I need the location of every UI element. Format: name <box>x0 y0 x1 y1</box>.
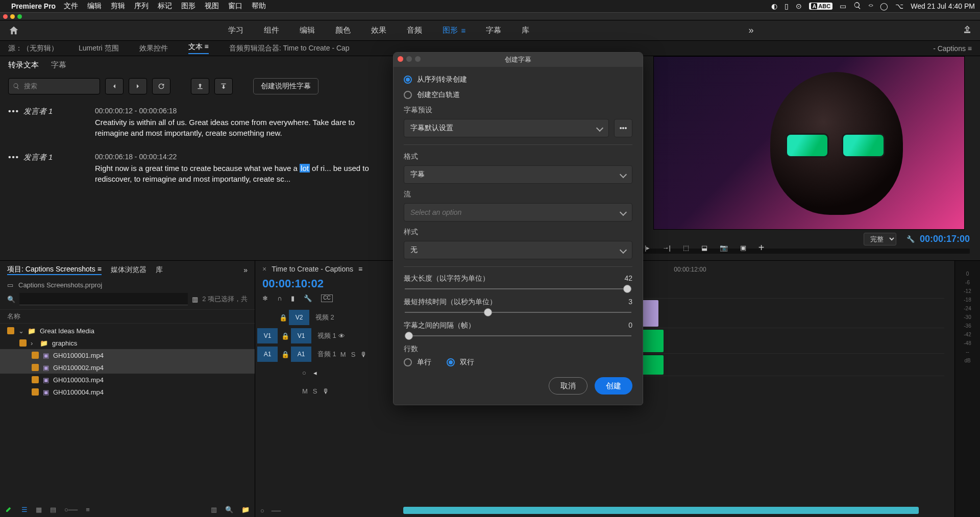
ws-library[interactable]: 库 <box>522 26 529 35</box>
tl-zoom-out-icon[interactable]: ○ <box>260 507 264 514</box>
format-select[interactable]: 字幕 <box>404 165 632 184</box>
control-center-icon[interactable]: ⌥ <box>895 2 903 10</box>
export-frame-icon[interactable]: 📷 <box>720 244 728 252</box>
ptab-audiomix[interactable]: 音频剪辑混合器: Time to Create - Cap <box>229 44 350 53</box>
project-filter-input[interactable] <box>19 293 188 305</box>
auto-seq-icon[interactable]: ▥ <box>211 506 217 513</box>
menu-view[interactable]: 视图 <box>205 2 219 11</box>
transcript-text[interactable]: Creativity is within all of us. Great id… <box>95 117 389 138</box>
home-icon[interactable] <box>8 25 19 36</box>
track-a3[interactable]: MS🎙 <box>257 382 398 400</box>
clock[interactable]: Wed 21 Jul 4:40 PM <box>911 2 975 10</box>
extract-icon[interactable]: ⬓ <box>701 244 707 252</box>
prev-match-button[interactable] <box>105 78 124 94</box>
menu-seq[interactable]: 序列 <box>134 2 149 11</box>
style-select[interactable]: 无 <box>404 241 632 259</box>
camera-icon[interactable]: ▯ <box>785 2 789 10</box>
menu-clip[interactable]: 剪辑 <box>111 2 125 11</box>
cc-icon[interactable]: CC <box>321 294 332 302</box>
input-abc-icon[interactable]: AABC <box>809 3 832 10</box>
ws-graphics[interactable]: 图形 ≡ <box>443 26 465 35</box>
share-icon[interactable] <box>963 25 972 36</box>
zoom-slider[interactable]: ○── <box>64 506 78 513</box>
dialog-traffic-lights[interactable] <box>398 56 421 62</box>
sequence-title[interactable]: Time to Create - Captions <box>272 265 353 273</box>
freeform-view-icon[interactable]: ▤ <box>50 506 56 513</box>
tree-clip[interactable]: ▣GH0100004.mp4 <box>0 386 255 398</box>
menu-help[interactable]: 帮助 <box>252 2 266 11</box>
ptab-lumetri[interactable]: Lumetri 范围 <box>79 44 119 53</box>
search-input[interactable]: 搜索 <box>8 78 100 94</box>
tree-clip[interactable]: ▣GH0100003.mp4 <box>0 374 255 386</box>
ptab-effects[interactable]: 效果控件 <box>139 44 168 53</box>
track-v1[interactable]: V1🔒V1视频 1👁 <box>257 327 398 345</box>
tree-clip[interactable]: ▣GH0100001.mp4 <box>0 349 255 361</box>
ws-color[interactable]: 颜色 <box>335 26 351 35</box>
transcript-text[interactable]: Right now is a great time to create beca… <box>95 163 389 184</box>
menu-window[interactable]: 窗口 <box>228 2 242 11</box>
snap-icon[interactable]: ❄ <box>262 294 268 302</box>
user-icon[interactable]: ◯ <box>880 2 888 10</box>
find-icon[interactable]: 🔍 <box>225 506 233 513</box>
library-tab[interactable]: 库 <box>156 265 163 275</box>
battery-icon[interactable]: ▭ <box>840 2 846 10</box>
dialog-titlebar[interactable]: 创建字幕 <box>394 53 643 67</box>
create-descriptive-captions-button[interactable]: 创建说明性字幕 <box>253 78 318 94</box>
ws-effects[interactable]: 效果 <box>371 26 386 35</box>
new-bin-icon[interactable]: 📁 <box>241 506 250 513</box>
ptab-text[interactable]: 文本 ≡ <box>188 42 209 54</box>
menu-mark[interactable]: 标记 <box>158 2 172 11</box>
app-name[interactable]: Premiere Pro <box>11 2 56 10</box>
track-a2[interactable]: ○◂ <box>257 363 398 382</box>
cancel-button[interactable]: 取消 <box>549 377 587 395</box>
preset-select[interactable]: 字幕默认设置 <box>404 119 609 137</box>
panel-overflow-icon[interactable]: » <box>243 266 248 274</box>
maxlen-slider[interactable] <box>405 288 631 289</box>
menu-edit[interactable]: 编辑 <box>87 2 102 11</box>
bin-icon[interactable]: ▥ <box>192 296 198 303</box>
create-button[interactable]: 创建 <box>595 377 632 395</box>
tab-transcript[interactable]: 转录文本 <box>8 60 39 70</box>
refresh-button[interactable] <box>152 78 170 94</box>
track-v2[interactable]: 🔒V2视频 2 <box>257 308 398 327</box>
tab-captions[interactable]: 字幕 <box>51 60 66 70</box>
ws-captions[interactable]: 字幕 <box>486 26 501 35</box>
timeline-timecode[interactable]: 00:00:10:02 <box>255 277 398 290</box>
radio-blank-track[interactable]: 创建空白轨道 <box>404 90 632 100</box>
export-up-button[interactable] <box>191 78 209 94</box>
radio-from-transcript[interactable]: 从序列转录创建 <box>404 75 632 84</box>
wifi-icon[interactable]: ⌔ <box>869 2 873 10</box>
ws-editing[interactable]: 编辑 <box>300 26 315 35</box>
gap-value[interactable]: 0 <box>628 321 632 330</box>
timeline-zoom-bar[interactable] <box>403 507 919 514</box>
tree-folder[interactable]: ›📁graphics <box>0 337 255 349</box>
preset-more-button[interactable]: ••• <box>614 119 632 137</box>
close-seq-icon[interactable]: × <box>262 265 266 273</box>
more-icon[interactable]: ••• <box>8 153 19 161</box>
search-icon[interactable] <box>853 2 862 11</box>
menu-file[interactable]: 文件 <box>64 2 78 11</box>
ws-learn[interactable]: 学习 <box>228 26 243 35</box>
settings-icon[interactable]: 🔧 <box>304 294 312 302</box>
transcript-row[interactable]: •••发言者 1 00:00:06:18 - 00:00:14:22 Right… <box>8 147 389 193</box>
import-down-button[interactable] <box>214 78 233 94</box>
go-out-icon[interactable]: →| <box>662 244 670 252</box>
add-button-icon[interactable]: + <box>758 242 765 254</box>
column-name[interactable]: 名称 <box>0 309 255 324</box>
more-icon[interactable]: ••• <box>8 107 19 115</box>
link-icon[interactable]: ∩ <box>277 294 282 302</box>
ws-overflow-icon[interactable]: » <box>749 25 754 36</box>
tl-zoom-slider[interactable]: ── <box>272 507 281 514</box>
sort-icon[interactable]: ≡ <box>86 506 90 513</box>
radio-single-line[interactable]: 单行 <box>404 358 431 367</box>
maxlen-value[interactable]: 42 <box>624 274 632 283</box>
lift-icon[interactable]: ⬚ <box>683 244 689 252</box>
play-circle-icon[interactable]: ⊙ <box>796 2 802 10</box>
ws-assembly[interactable]: 组件 <box>264 26 279 35</box>
program-viewer[interactable] <box>653 56 965 230</box>
gap-slider[interactable] <box>405 335 631 336</box>
mindur-slider[interactable] <box>405 312 631 313</box>
ptab-source[interactable]: 源：（无剪辑） <box>8 44 58 53</box>
transcript-row[interactable]: •••发言者 1 00:00:00:12 - 00:00:06:18 Creat… <box>8 102 389 147</box>
radio-double-line[interactable]: 双行 <box>447 358 474 367</box>
